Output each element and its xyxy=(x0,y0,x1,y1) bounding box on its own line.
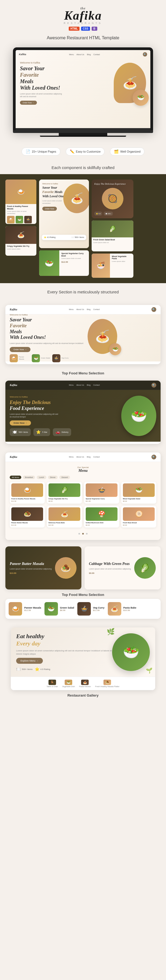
laptop-hero-heading: Savor YourFavoriteMealsWith Loved Ones! xyxy=(20,65,63,91)
preview-nav-icon-2: 🔍 xyxy=(152,383,156,388)
feature-pages-label: 15+ Unique Pages xyxy=(32,150,56,153)
menu-item-price-3: $11.99 xyxy=(86,500,118,502)
eat-healthy-text: Eat healthyEvery day Lorem ipsum dolor s… xyxy=(16,633,112,671)
laptop-nav-logo: Kafika xyxy=(19,53,26,56)
collage-card-2: 🍝 Crispy Vegetable Stir Fry Lorem ipsum … xyxy=(5,226,37,256)
menu-item-5: 🧆 Paneer Butter Masala $13.99 xyxy=(10,506,45,528)
laptop-hero: Welcome to Kafika Savor YourFavoriteMeal… xyxy=(16,59,150,107)
preview-hero-food-thumb: 🥗 xyxy=(109,343,121,355)
stat-icon-1: 🍽️ xyxy=(13,430,17,434)
preview-dark-desc: Lorem ipsum dolor sit amet consectetur a… xyxy=(10,413,58,418)
preview-dark-food: 🥗 xyxy=(121,396,156,436)
food-detail-img-2: 🥬 xyxy=(134,557,156,579)
menu-item-name-7: Grilled Mushroom Dish xyxy=(86,522,118,524)
menu-item-img-4: 🥗 xyxy=(123,484,155,497)
pill-lunch[interactable]: Lunch xyxy=(37,476,46,479)
laptop-screen: Kafika Menu About Us Blog Contact 🔍 Welc… xyxy=(16,50,150,128)
laptop-stand xyxy=(59,133,107,136)
laptop-hero-text: Welcome to Kafika Savor YourFavoriteMeal… xyxy=(20,61,63,105)
menu-item-price-5: $13.99 xyxy=(11,524,43,526)
preview-dark-text: Welcome to Kafika Enjoy The DeliciousFoo… xyxy=(10,396,117,436)
preview-logo-1: Kafika xyxy=(10,308,17,311)
laptop-order-btn[interactable]: Order Now → xyxy=(20,101,37,105)
laptop-base xyxy=(13,130,153,133)
collage-hero-card: Welcome to Kafika Savor Your Favorite Me… xyxy=(39,180,89,248)
preview-nav-icon-1: 🔍 xyxy=(152,307,156,312)
pill-breakfast[interactable]: Breakfast xyxy=(23,476,35,479)
preview-card-hero-inner: Kafika Menu About Us Blog Contact 🔍 Welc… xyxy=(5,305,161,364)
menu-item-img-5: 🧆 xyxy=(11,508,43,521)
collage-card-3-content: Special Vegetarian Curry Bowl Lorem ipsu… xyxy=(59,250,89,276)
pill-all[interactable]: All Items xyxy=(10,476,21,479)
eat-healthy-food-wrap: 🌿 🥗 🌱 xyxy=(112,633,150,671)
menu-item-3: 🍲 Special Vegetarian Curry $11.99 xyxy=(84,482,119,504)
gallery-footer-item-2: 🥗 Vegetable Dish xyxy=(62,679,75,687)
laptop-nav-search: 🔍 xyxy=(143,52,147,57)
enjoy-card: Enjoy The Delicious Experience 🥘 ⭐ 4.8 🍽… xyxy=(92,180,133,218)
laptop-frame: Kafika Menu About Us Blog Contact 🔍 Welc… xyxy=(13,48,153,130)
badge-html: HTML xyxy=(69,27,80,31)
stat-box-1: 🍽️ 500+ Items xyxy=(10,428,31,436)
thumb-3: 🍲 xyxy=(24,216,32,223)
features-bar: 📄 15+ Unique Pages ✏️ Easy to Customize … xyxy=(0,142,166,161)
pages-icon: 📄 xyxy=(26,150,30,154)
gallery-footer-icon-4: 🧆 xyxy=(104,679,111,685)
laptop-nav-links: Menu About Us Blog Contact xyxy=(69,54,100,56)
selection-item-1: 🍛 Paneer Masala $12.99 xyxy=(9,602,41,616)
eat-healthy-preview: Eat healthyEvery day Lorem ipsum dolor s… xyxy=(11,627,155,690)
thumb-2: 🥗 xyxy=(32,354,40,362)
preview-card-1-wrap: Kafika Menu About Us Blog Contact 🔍 Welc… xyxy=(0,305,166,379)
preview-card-hero: Kafika Menu About Us Blog Contact 🔍 Welc… xyxy=(5,305,161,364)
sel-img-2: 🥗 xyxy=(45,602,58,616)
preview-hero-heading-1: Savor YourFavoriteMealsWith Loved Ones! xyxy=(10,317,83,340)
laptop-food-thumb: 🥗 xyxy=(132,90,149,106)
enjoy-food-img: 🥘 xyxy=(102,188,123,209)
preview-nav-links-2: Menu About Us Blog Contact xyxy=(69,384,100,386)
collage-card-1-img: 🍛 xyxy=(5,180,37,204)
eat-healthy-stats: 🍽️ 500+ Items ⭐ 4.9 Rating xyxy=(16,667,112,671)
feature-customize: ✏️ Easy to Customize xyxy=(66,148,105,156)
structured-title: Every Section is meticulously structured xyxy=(5,290,161,294)
menu-item-6: 🍝 Delicious Pasta Bake $10.99 xyxy=(47,506,82,528)
preview-thumb-row-1: 🍛 Paneer Masala 🥗 Green Salad 🍲 Veg Curr… xyxy=(10,354,83,362)
eat-healthy-btn[interactable]: Explore Menu → xyxy=(16,658,43,664)
feature-organized: 🗂️ Well Organized xyxy=(110,148,144,156)
enjoy-stats: ⭐ 4.8 🍽️ 200+ xyxy=(94,212,131,216)
food-detail-bg-2: Cabbage With Green Peas Lorem ipsum dolo… xyxy=(85,546,161,589)
preview-dark-btn[interactable]: Order Now → xyxy=(10,420,31,426)
preview-dark-food-wrap: 🥗 xyxy=(121,396,156,436)
pill-dessert[interactable]: Dessert xyxy=(59,476,70,479)
collage-hero-btn[interactable]: Order Now xyxy=(42,207,57,211)
collage-section: 🍛 Fresh & Healthy Paneer Masala Lorem ip… xyxy=(0,174,166,283)
food-detail-card-2: Cabbage With Green Peas Lorem ipsum dolo… xyxy=(85,546,161,589)
stat-icon-3: 🚗 xyxy=(56,430,60,434)
food-selection-row: 🍛 Paneer Masala $12.99 🥗 Green Salad $8.… xyxy=(5,599,161,619)
sel-img-1: 🍛 xyxy=(9,602,22,616)
badge-bootstrap: B xyxy=(92,27,97,31)
collage-col-left: 🍛 Fresh & Healthy Paneer Masala Lorem ip… xyxy=(5,180,37,256)
menu-item-2: 🥬 Crispy Vegetable Stir Fry $9.99 xyxy=(47,482,82,504)
menu-item-img-6: 🍝 xyxy=(48,508,80,521)
collage-card-5-content: Mixed Vegetable Pasta Lorem ipsum dolor xyxy=(110,253,133,278)
pill-dinner[interactable]: Dinner xyxy=(48,476,58,479)
stat-icon-2: ⭐ xyxy=(36,430,41,434)
sel-img-4: 🍝 xyxy=(108,602,121,616)
collage-card-3-img: 🥗 xyxy=(39,250,59,276)
structured-section: Every Section is meticulously structured xyxy=(0,283,166,305)
collage-card-5-img: 🍜 xyxy=(92,253,110,278)
preview-card-menu-inner: Kafika Menu About Us Blog Contact 🔍 Our … xyxy=(5,452,161,540)
preview-hero-desc-1: Lorem ipsum dolor sit amet consectetur a… xyxy=(10,342,83,345)
menu-item-price-6: $10.99 xyxy=(48,524,80,526)
logo-area: the Kafika RESTAURANTS HTML CSS B xyxy=(5,6,161,33)
eat-healthy-heading: Eat healthyEvery day xyxy=(16,633,112,647)
organized-icon: 🗂️ xyxy=(114,150,118,154)
collage-card-2-content: Crispy Vegetable Stir Fry Lorem ipsum do… xyxy=(5,244,37,251)
food-detail-text-2: Cabbage With Green Peas Lorem ipsum dolo… xyxy=(89,562,131,575)
preview-order-btn-1[interactable]: Order Now → xyxy=(10,347,30,352)
menu-item-8: 🫓 Fresh Naan Bread $4.99 xyxy=(121,506,156,528)
selection-item-2: 🥗 Green Salad $8.99 xyxy=(45,602,74,616)
dot-2 xyxy=(82,533,84,535)
gallery-footer-nav: 🪑 Table & Chair 🥗 Vegetable Dish 🍝 Pasta… xyxy=(15,679,151,687)
preview-nav-3: Kafika Menu About Us Blog Contact 🔍 xyxy=(5,452,161,462)
eat-healthy-desc: Lorem ipsum dolor sit amet consectetur a… xyxy=(16,649,112,655)
